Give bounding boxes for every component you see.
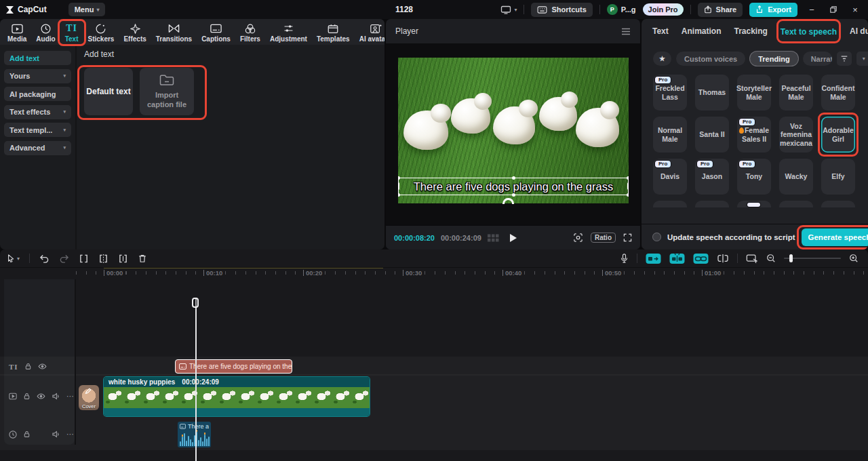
lock-icon[interactable]	[23, 430, 31, 438]
tool-transitions[interactable]: Transitions	[151, 21, 197, 44]
display-mode-button[interactable]: ▾	[500, 5, 517, 14]
export-button[interactable]: Export	[749, 3, 797, 17]
voice-card-partial[interactable]	[695, 201, 729, 207]
zoom-in-icon[interactable]	[849, 254, 859, 263]
generate-speech-button[interactable]: Generate speech	[802, 228, 868, 246]
voice-card-peaceful-male[interactable]: Peaceful Male	[779, 75, 813, 111]
voice-card-adorable-girl[interactable]: Adorable Girl	[821, 117, 855, 153]
eye-icon[interactable]	[38, 363, 47, 369]
resize-handle[interactable]	[398, 176, 400, 180]
update-speech-checkbox[interactable]	[652, 233, 661, 241]
audio-clip[interactable]: There a	[178, 422, 211, 447]
tool-adjustment[interactable]: Adjustment	[265, 21, 312, 44]
tool-effects[interactable]: Effects	[119, 21, 151, 44]
resize-handle[interactable]	[398, 193, 400, 197]
voice-category-narrat[interactable]: Narrat	[803, 52, 832, 66]
resize-handle[interactable]	[627, 176, 629, 180]
voice-card-voz-femenina-mexicana[interactable]: Voz femenina mexicana	[779, 117, 813, 153]
join-pro-button[interactable]: Join Pro	[643, 3, 684, 16]
undo-button[interactable]	[39, 254, 50, 263]
voice-category-trending[interactable]: Trending	[750, 52, 797, 66]
tab-animation[interactable]: Animation	[682, 26, 722, 36]
voice-card-storyteller-male[interactable]: Storyteller Male	[737, 75, 771, 111]
resize-handle[interactable]	[627, 193, 629, 197]
voice-card-jason[interactable]: ProJason	[695, 159, 729, 195]
tool-filters[interactable]: Filters	[235, 21, 265, 44]
voice-card-elfy[interactable]: Elfy	[821, 159, 855, 195]
ratio-button[interactable]: Ratio	[591, 233, 616, 243]
sidebar-item-yours[interactable]: Yours▾	[4, 69, 71, 83]
import-caption-file-card[interactable]: Import caption file	[140, 68, 194, 115]
record-voiceover-icon[interactable]	[620, 253, 629, 264]
resize-handle[interactable]	[398, 182, 399, 190]
tool-ai-avatars[interactable]: AI avatars	[355, 21, 384, 44]
mute-icon[interactable]	[52, 430, 60, 438]
sidebar-item-advanced[interactable]: Advanced▾	[4, 141, 71, 155]
frame-grid-icon[interactable]	[488, 234, 500, 242]
video-frame[interactable]: There are five dogs playing on the grass	[398, 58, 629, 203]
video-clip[interactable]: white husky puppies 00:00:24:09	[104, 377, 370, 416]
tool-media[interactable]: Media	[3, 21, 31, 44]
timeline-zoom-slider[interactable]	[784, 258, 841, 259]
close-button[interactable]: ×	[848, 5, 863, 15]
menu-button[interactable]: Menu ▾	[68, 3, 106, 16]
resize-handle[interactable]	[627, 182, 629, 190]
tab-ai-dubbing[interactable]: AI dubbing	[850, 26, 868, 36]
auto-split-icon[interactable]	[669, 253, 685, 264]
voice-card-partial[interactable]	[779, 201, 813, 207]
voice-card-wacky[interactable]: Wacky	[779, 159, 813, 195]
voice-card-partial[interactable]	[653, 201, 687, 207]
sidebar-item-add-text[interactable]: Add text	[4, 51, 71, 65]
link-clips-icon[interactable]	[693, 253, 709, 264]
split-right-icon[interactable]	[118, 254, 128, 263]
tool-captions[interactable]: Captions	[197, 21, 235, 44]
sidebar-item-ai-packaging[interactable]: AI packaging	[4, 87, 71, 101]
tab-tracking[interactable]: Tracking	[734, 26, 767, 36]
cover-thumbnail[interactable]: Cover	[79, 385, 99, 410]
voice-card-santa-ii[interactable]: Santa II	[695, 117, 729, 153]
share-button[interactable]: Share	[698, 3, 743, 17]
zoom-slider-knob[interactable]	[789, 254, 793, 262]
playhead-handle[interactable]	[192, 298, 199, 308]
tool-text[interactable]: TIText	[60, 21, 83, 44]
timeline-ruler[interactable]: 00:0000:1000:2000:3000:4000:5001:00	[0, 268, 868, 279]
eye-icon[interactable]	[37, 393, 45, 399]
sidebar-item-text-effects[interactable]: Text effects▾	[4, 105, 71, 119]
account-chip[interactable]: P P...g	[607, 4, 636, 15]
zoom-out-icon[interactable]	[766, 254, 776, 263]
resize-handle[interactable]	[512, 193, 515, 197]
focus-frame-icon[interactable]	[573, 233, 583, 243]
favorites-filter-button[interactable]: ★	[653, 52, 671, 66]
delete-button[interactable]	[138, 254, 147, 263]
sidebar-item-text-templ[interactable]: Text templ...▾	[4, 123, 71, 137]
default-text-card[interactable]: Default text	[84, 68, 133, 115]
auto-cut-icon[interactable]	[646, 253, 661, 264]
fullscreen-icon[interactable]	[623, 233, 632, 242]
lock-icon[interactable]	[23, 393, 31, 400]
caption-overlay-box[interactable]: There are five dogs playing on the grass	[398, 178, 629, 195]
voice-card-confident-male[interactable]: Confident Male	[821, 75, 855, 111]
voice-card-normal-male[interactable]: Normal Male	[653, 117, 687, 153]
player-menu-icon[interactable]	[621, 28, 631, 35]
tool-stickers[interactable]: Stickers	[83, 21, 119, 44]
restore-button[interactable]	[826, 6, 841, 13]
voice-more-button[interactable]: ▾	[856, 52, 868, 66]
split-left-icon[interactable]	[79, 254, 89, 263]
voice-card-tony[interactable]: ProTony	[737, 159, 771, 195]
redo-button[interactable]	[59, 254, 69, 263]
voice-filter-button[interactable]	[837, 52, 852, 66]
select-tool-button[interactable]: ▾	[7, 254, 20, 263]
more-icon[interactable]: ⋯	[66, 392, 75, 401]
resize-handle[interactable]	[512, 176, 515, 180]
playhead-line[interactable]	[195, 298, 197, 461]
voice-card-female-sales-ii[interactable]: ProFemale Sales II	[737, 117, 771, 153]
split-icon[interactable]	[98, 254, 108, 263]
tool-templates[interactable]: Templates	[312, 21, 355, 44]
tab-text[interactable]: Text	[652, 26, 669, 36]
text-clip[interactable]: There are five dogs playing on the	[175, 359, 292, 374]
voice-card-thomas[interactable]: Thomas	[695, 75, 729, 111]
tab-text-to-speech[interactable]: Text to speech	[781, 27, 837, 37]
shortcuts-button[interactable]: Shortcuts	[531, 3, 592, 17]
lock-icon[interactable]	[24, 363, 32, 370]
voice-card-freckled-lass[interactable]: ProFreckled Lass	[653, 75, 687, 111]
